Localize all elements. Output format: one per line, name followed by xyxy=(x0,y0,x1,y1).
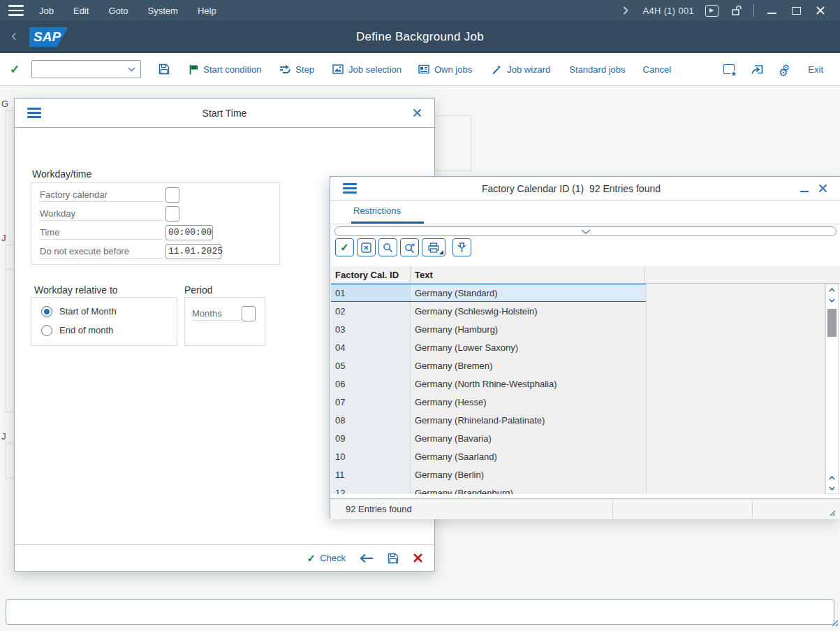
table-row[interactable]: 05 Germany (Bremen) xyxy=(331,356,646,375)
cell-factory-cal-id[interactable]: 09 xyxy=(331,429,411,447)
scrollbar-page-down-button[interactable] xyxy=(826,483,838,493)
save-button[interactable] xyxy=(159,64,170,75)
cell-text[interactable]: Germany (Berlin) xyxy=(411,465,646,484)
scrollbar-down-button[interactable] xyxy=(826,295,838,305)
chevron-right-icon[interactable] xyxy=(619,3,633,17)
scrollbar-thumb[interactable] xyxy=(827,309,837,337)
cell-text[interactable]: Germany (Saarland) xyxy=(411,447,646,465)
command-field[interactable] xyxy=(31,60,141,78)
table-row[interactable]: 12 Germany (Brandenburg) xyxy=(331,484,646,494)
table-row[interactable]: 10 Germany (Saarland) xyxy=(331,447,646,465)
column-header-text[interactable]: Text xyxy=(411,266,645,283)
new-session-button[interactable]: ★ xyxy=(723,64,735,74)
check-button[interactable]: ✓ Check xyxy=(307,552,346,565)
pin-button[interactable] xyxy=(452,238,471,256)
radio-button-selected-icon[interactable] xyxy=(41,306,52,317)
standard-jobs-button[interactable]: Standard jobs xyxy=(569,64,625,75)
job-selection-button[interactable]: Job selection xyxy=(332,64,401,75)
cell-factory-cal-id[interactable]: 06 xyxy=(331,375,411,393)
enter-button[interactable]: ✓ xyxy=(10,62,20,77)
unlock-icon[interactable] xyxy=(729,3,743,17)
menu-item-system[interactable]: System xyxy=(148,6,178,16)
table-row[interactable]: 01 Germany (Standard) xyxy=(331,284,646,302)
cell-text[interactable]: Germany (Hamburg) xyxy=(411,320,646,338)
gui-play-button[interactable]: ▶ xyxy=(705,3,719,17)
close-button[interactable] xyxy=(813,3,827,17)
table-row[interactable]: 06 Germany (North Rhine-Westphalia) xyxy=(331,375,646,393)
job-wizard-button[interactable]: Job wizard xyxy=(492,64,550,75)
minimize-button[interactable] xyxy=(765,3,779,17)
cell-factory-cal-id[interactable]: 02 xyxy=(331,302,411,320)
window-resize-grip-icon[interactable] xyxy=(831,619,839,627)
step-button[interactable]: Step xyxy=(279,64,314,75)
radio-button-icon[interactable] xyxy=(41,325,52,336)
radio-option-start-of-month[interactable]: Start of Month xyxy=(31,302,177,321)
menu-item-help[interactable]: Help xyxy=(198,6,216,16)
table-row[interactable]: 09 Germany (Bavaria) xyxy=(331,429,646,447)
table-header: Factory Cal. ID Text xyxy=(331,266,840,284)
extended-search-button[interactable] xyxy=(400,238,419,256)
cell-factory-cal-id[interactable]: 12 xyxy=(331,484,411,494)
exit-button[interactable]: Exit xyxy=(808,64,823,75)
accept-button[interactable]: ✓ xyxy=(335,238,354,256)
radio-option-end-of-month[interactable]: End of month xyxy=(31,321,177,340)
search-button[interactable] xyxy=(378,238,397,256)
restrictions-expander[interactable] xyxy=(334,226,837,236)
resize-grip-icon[interactable] xyxy=(829,509,836,516)
cancel-button[interactable]: Cancel xyxy=(643,64,671,75)
hamburger-menu-icon[interactable] xyxy=(8,5,24,16)
table-row[interactable]: 11 Germany (Berlin) xyxy=(331,465,646,484)
cell-factory-cal-id[interactable]: 03 xyxy=(331,320,411,338)
field-row: Workday xyxy=(31,204,279,223)
cell-factory-cal-id[interactable]: 10 xyxy=(331,447,411,465)
cell-text[interactable]: Germany (Standard) xyxy=(411,284,646,301)
column-header-factory-cal-id[interactable]: Factory Cal. ID xyxy=(331,266,411,283)
own-jobs-button[interactable]: Own jobs xyxy=(418,64,472,75)
vertical-scrollbar[interactable] xyxy=(825,284,839,494)
scrollbar-up-button[interactable] xyxy=(826,284,838,295)
table-row[interactable]: 07 Germany (Hesse) xyxy=(331,393,646,411)
do-not-execute-before-input[interactable]: 11.01.2025 xyxy=(165,244,221,259)
cell-text[interactable]: Germany (Schleswig-Holstein) xyxy=(411,302,646,320)
dialog-save-button[interactable] xyxy=(388,553,399,564)
dialog-close-button[interactable] xyxy=(818,184,827,193)
cell-factory-cal-id[interactable]: 07 xyxy=(331,393,411,411)
check-icon: ✓ xyxy=(340,241,349,254)
start-condition-button[interactable]: Start condition xyxy=(189,64,261,75)
maximize-button[interactable] xyxy=(789,3,803,17)
cell-text[interactable]: Germany (Bavaria) xyxy=(411,429,646,447)
table-row[interactable]: 08 Germany (Rhineland-Palatinate) xyxy=(331,411,646,429)
tab-restrictions[interactable]: Restrictions xyxy=(353,205,401,216)
time-input[interactable]: 00:00:00 xyxy=(165,225,213,240)
cell-factory-cal-id[interactable]: 04 xyxy=(331,338,411,356)
months-input[interactable] xyxy=(242,306,256,321)
workday-input[interactable] xyxy=(165,206,179,222)
cell-text[interactable]: Germany (Bremen) xyxy=(411,356,646,375)
menu-item-goto[interactable]: Goto xyxy=(108,6,128,16)
print-button[interactable] xyxy=(422,238,445,256)
status-divider xyxy=(752,500,753,518)
table-row[interactable]: 03 Germany (Hamburg) xyxy=(331,320,646,338)
factory-calendar-input[interactable] xyxy=(165,187,179,203)
cell-factory-cal-id[interactable]: 05 xyxy=(331,356,411,375)
menu-item-job[interactable]: Job xyxy=(39,6,54,16)
cell-text[interactable]: Germany (North Rhine-Westphalia) xyxy=(411,375,646,393)
divider xyxy=(753,4,754,17)
dialog-cancel-button[interactable] xyxy=(413,553,423,563)
cell-text[interactable]: Germany (Rhineland-Palatinate) xyxy=(411,411,646,429)
scrollbar-page-up-button[interactable] xyxy=(826,472,838,483)
cell-text[interactable]: Germany (Lower Saxony) xyxy=(411,338,646,356)
table-row[interactable]: 04 Germany (Lower Saxony) xyxy=(331,338,646,356)
cell-text[interactable]: Germany (Brandenburg) xyxy=(411,484,646,494)
menu-item-edit[interactable]: Edit xyxy=(73,6,89,16)
create-shortcut-button[interactable] xyxy=(751,64,763,75)
settings-button[interactable]: ⚙ ⚙ xyxy=(779,63,793,75)
cell-factory-cal-id[interactable]: 01 xyxy=(331,284,411,301)
dialog-minimize-button[interactable] xyxy=(800,191,809,193)
table-row[interactable]: 02 Germany (Schleswig-Holstein) xyxy=(331,302,646,320)
back-arrow-button[interactable] xyxy=(360,553,374,563)
cell-text[interactable]: Germany (Hesse) xyxy=(411,393,646,411)
cell-factory-cal-id[interactable]: 08 xyxy=(331,411,411,429)
cell-factory-cal-id[interactable]: 11 xyxy=(331,465,411,484)
close-search-button[interactable] xyxy=(357,238,376,256)
